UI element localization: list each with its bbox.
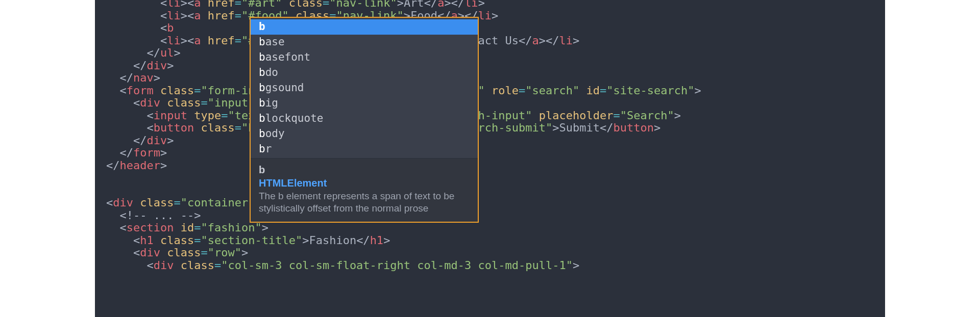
- autocomplete-list: bbasebasefontbdobgsoundbigblockquotebody…: [251, 18, 478, 158]
- doc-type: HTMLElement: [259, 177, 470, 189]
- autocomplete-item[interactable]: bgsound: [251, 81, 478, 96]
- autocomplete-item[interactable]: base: [251, 35, 478, 50]
- doc-description: The b element represents a span of text …: [259, 190, 470, 215]
- doc-title: b: [259, 164, 470, 176]
- autocomplete-item[interactable]: blockquote: [251, 111, 478, 126]
- autocomplete-item[interactable]: body: [251, 126, 478, 142]
- autocomplete-item[interactable]: br: [251, 142, 478, 157]
- autocomplete-item[interactable]: basefont: [251, 50, 478, 65]
- editor-frame: <li><a href="#art" class="nav-link">Art<…: [95, 0, 885, 317]
- autocomplete-popup: bbasebasefontbdobgsoundbigblockquotebody…: [250, 17, 479, 223]
- autocomplete-item[interactable]: bdo: [251, 65, 478, 81]
- autocomplete-doc: b HTMLElement The b element represents a…: [251, 158, 478, 222]
- autocomplete-item[interactable]: b: [251, 19, 478, 35]
- autocomplete-item[interactable]: big: [251, 96, 478, 111]
